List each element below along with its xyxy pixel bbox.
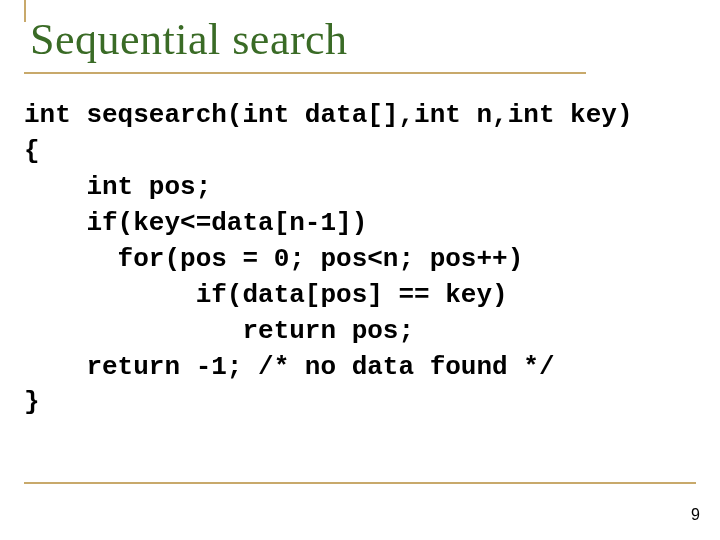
bottom-divider [24, 482, 696, 484]
slide-title: Sequential search [30, 16, 696, 64]
page-number: 9 [691, 506, 700, 524]
title-underline [24, 72, 586, 74]
code-block: int seqsearch(int data[],int n,int key) … [24, 98, 696, 421]
slide: Sequential search int seqsearch(int data… [0, 0, 720, 540]
title-tick-accent [24, 0, 26, 22]
title-area: Sequential search [24, 16, 696, 70]
